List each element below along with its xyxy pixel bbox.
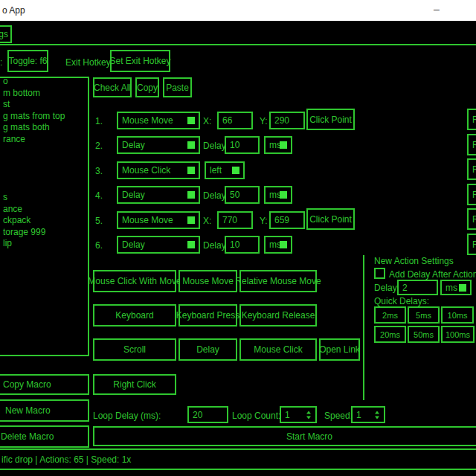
add-mouse-move-button[interactable]: Mouse Move xyxy=(178,270,237,292)
x-input[interactable]: 66 xyxy=(217,112,253,129)
macro-list-item[interactable]: ckpack xyxy=(0,215,88,227)
macro-list-item[interactable]: rance xyxy=(0,134,88,146)
delay-label: Delay xyxy=(203,141,226,151)
paste-button[interactable]: Paste xyxy=(163,77,192,97)
copy-button[interactable]: Copy xyxy=(135,77,159,97)
delay-unit-dropdown[interactable]: ms xyxy=(264,136,292,154)
add-delay-after-action-label: Add Delay After Action xyxy=(389,269,476,280)
delay-label: Delay xyxy=(203,240,226,251)
delay-input[interactable]: 50 xyxy=(225,186,260,204)
action-type-dropdown[interactable]: Mouse Move xyxy=(117,211,200,229)
new-action-delay-input[interactable]: 2 xyxy=(397,280,438,295)
add-scroll-button[interactable]: Scroll xyxy=(93,338,176,361)
add-open-link-button[interactable]: Open Link xyxy=(319,338,360,361)
click-point-button[interactable]: Click Point xyxy=(306,109,355,130)
window-title: o App xyxy=(2,5,25,16)
macro-list-item[interactable] xyxy=(0,146,88,158)
y-input[interactable]: 659 xyxy=(269,211,305,229)
speed-value: 1 xyxy=(356,410,361,420)
mouse-button-dropdown[interactable]: left xyxy=(205,161,245,179)
remove-action-button[interactable]: R xyxy=(467,109,476,130)
macro-list-item[interactable]: m bottom xyxy=(0,88,88,100)
macro-list-item[interactable]: g mats from top xyxy=(0,111,88,123)
action-type-dropdown[interactable]: Mouse Click xyxy=(117,161,200,179)
action-type-value: Mouse Move xyxy=(122,215,173,225)
new-action-delay-unit-dropdown[interactable]: ms xyxy=(440,280,472,295)
macro-list-item[interactable]: lip xyxy=(0,238,88,250)
quick-delay-50ms-button[interactable]: 50ms xyxy=(408,326,440,343)
set-exit-hotkey-button[interactable]: Set Exit Hotkey xyxy=(110,50,170,72)
macro-list-item[interactable] xyxy=(0,169,88,181)
add-relative-mouse-move-button[interactable]: Relative Mouse Move xyxy=(239,270,317,292)
macro-list-item[interactable]: s xyxy=(0,192,88,204)
check-all-button[interactable]: Check All xyxy=(93,77,132,97)
loop-delay-input[interactable]: 20 xyxy=(187,406,228,423)
tab-settings[interactable]: gs xyxy=(0,25,12,43)
spinner-down-icon[interactable] xyxy=(306,416,311,419)
y-input[interactable]: 290 xyxy=(269,112,305,129)
dropdown-indicator-icon xyxy=(187,167,195,174)
remove-action-button[interactable]: R xyxy=(467,234,476,255)
macro-list[interactable]: o m bottom st g mats from top g mats bot… xyxy=(0,77,89,356)
y-label: Y: xyxy=(260,216,268,226)
action-type-dropdown[interactable]: Mouse Move xyxy=(117,112,200,129)
add-mouse-click-with-move-button[interactable]: Mouse Click With Move xyxy=(93,270,176,292)
toggle-hotkey-button[interactable]: Toggle: f6 xyxy=(7,50,48,72)
action-type-value: Mouse Move xyxy=(122,115,173,126)
remove-action-button[interactable]: R xyxy=(467,158,476,180)
add-keyboard-press-button[interactable]: Keyboard Press xyxy=(178,304,237,327)
delay-input[interactable]: 10 xyxy=(225,236,260,254)
remove-action-button[interactable]: R xyxy=(467,208,476,230)
add-delay-button[interactable]: Delay xyxy=(178,338,237,361)
start-macro-label: Start Macro xyxy=(286,431,332,442)
quick-delay-2ms-button[interactable]: 2ms xyxy=(374,306,406,324)
macro-list-item[interactable]: st xyxy=(0,99,88,111)
delay-input[interactable]: 10 xyxy=(225,136,260,154)
add-delay-after-action-checkbox[interactable] xyxy=(374,268,385,279)
dropdown-indicator-icon xyxy=(280,141,287,149)
delete-macro-button[interactable]: Delete Macro xyxy=(0,425,89,448)
add-mouse-click-button[interactable]: Mouse Click xyxy=(239,338,317,361)
quick-delay-20ms-button[interactable]: 20ms xyxy=(374,326,406,343)
add-keyboard-button[interactable]: Keyboard xyxy=(93,304,176,327)
add-keyboard-release-button[interactable]: Keyboard Release xyxy=(239,304,317,327)
start-macro-button[interactable]: Start Macro xyxy=(93,426,476,446)
macro-list-item[interactable] xyxy=(0,157,88,169)
spinner-up-icon[interactable] xyxy=(375,411,379,414)
macro-list-item[interactable]: o xyxy=(0,77,88,88)
copy-macro-button[interactable]: Copy Macro xyxy=(0,374,89,395)
exit-hotkey-label: Exit Hotkey: xyxy=(65,57,113,68)
quick-delay-5ms-button[interactable]: 5ms xyxy=(408,306,440,324)
macro-list-item[interactable]: ance xyxy=(0,204,88,216)
add-right-click-button[interactable]: Right Click xyxy=(93,374,176,395)
click-point-button[interactable]: Click Point xyxy=(306,208,355,230)
spinner-down-icon[interactable] xyxy=(375,416,379,419)
delay-unit-dropdown[interactable]: ms xyxy=(264,236,292,254)
quick-delay-10ms-button[interactable]: 10ms xyxy=(441,306,474,324)
minimize-button[interactable]: – xyxy=(434,3,440,15)
action-type-value: Delay xyxy=(122,239,145,250)
speed-stepper[interactable]: 1 xyxy=(351,406,385,423)
quick-delay-100ms-button[interactable]: 100ms xyxy=(441,326,475,343)
remove-action-button[interactable]: R xyxy=(467,134,476,155)
quick-delays-label: Quick Delays: xyxy=(374,296,429,306)
x-input[interactable]: 770 xyxy=(217,211,253,229)
dropdown-indicator-icon xyxy=(187,241,195,248)
action-row-number: 3. xyxy=(95,166,103,176)
spinner-up-icon[interactable] xyxy=(306,411,311,414)
status-text: ific drop | Actions: 65 | Speed: 1x xyxy=(0,454,131,465)
loop-count-label: Loop Count: xyxy=(232,411,280,421)
macro-list-item[interactable]: torage 999 xyxy=(0,227,88,239)
loop-count-stepper[interactable]: 1 xyxy=(280,406,317,423)
macro-list-item[interactable]: g mats both xyxy=(0,122,88,134)
remove-action-button[interactable]: R xyxy=(467,184,476,205)
speed-label: Speed: xyxy=(324,411,353,421)
action-type-dropdown[interactable]: Delay xyxy=(117,186,200,204)
new-macro-button[interactable]: New Macro xyxy=(0,399,89,422)
delay-unit-dropdown[interactable]: ms xyxy=(264,186,292,204)
action-type-dropdown[interactable]: Delay xyxy=(117,136,200,154)
hotkey-label-fragment: : xyxy=(0,57,2,68)
macro-list-item[interactable] xyxy=(0,180,88,192)
dropdown-indicator-icon xyxy=(187,117,195,124)
action-type-dropdown[interactable]: Delay xyxy=(117,236,200,254)
